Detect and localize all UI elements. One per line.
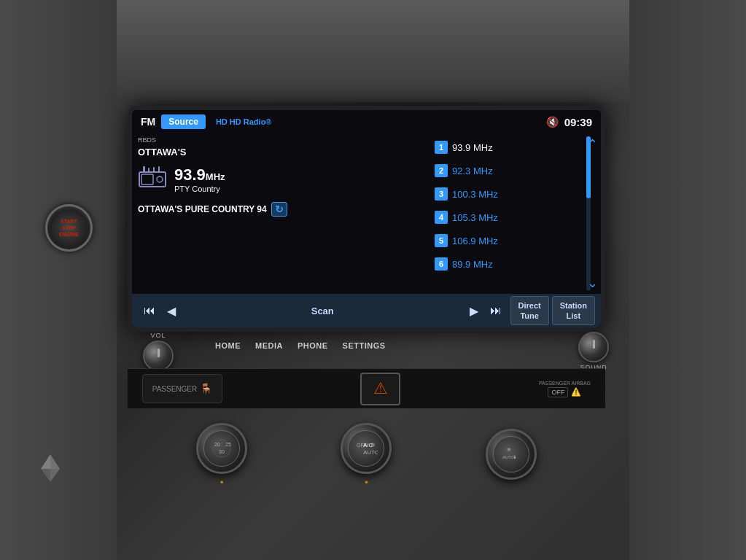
settings-button[interactable]: SETTINGS: [343, 341, 386, 350]
preset-number-3: 3: [435, 187, 448, 201]
svg-marker-21: [41, 454, 50, 469]
svg-text:20: 20: [214, 442, 220, 447]
left-climate-indicator: ●: [219, 478, 223, 486]
svg-rect-5: [153, 167, 155, 172]
screen-top-bar: FM Source HD HD Radio® 🔇 09:39: [132, 110, 601, 133]
skip-back-button[interactable]: ⏮: [138, 301, 161, 320]
left-knob-inner: 20 25 30: [203, 430, 240, 467]
airbag-status: OFF: [548, 387, 568, 397]
station-list-button[interactable]: StationList: [552, 296, 595, 326]
vol-knob[interactable]: [143, 341, 174, 371]
scroll-down-button[interactable]: ⌄: [587, 275, 598, 291]
passenger-label: PASSENGER: [152, 385, 198, 393]
direct-tune-button[interactable]: DirectTune: [510, 296, 549, 326]
nav-buttons: HOME MEDIA PHONE SETTINGS: [215, 341, 386, 350]
hazard-button[interactable]: ⚠: [360, 373, 400, 405]
preset-item-6[interactable]: 6 89.9 MHz: [435, 253, 595, 275]
climate-controls-area: 20 25 30 ● OFF A/C ❄ AUTO ●: [128, 423, 605, 486]
media-button[interactable]: MEDIA: [255, 341, 283, 350]
preset-item-4[interactable]: 4 105.3 MHz: [435, 206, 595, 228]
preset-scrollbar-thumb: [586, 136, 591, 198]
left-panel: RBDS OTTAWA'S: [138, 136, 429, 291]
sound-knob-area: SOUND: [578, 332, 609, 371]
airbag-warning-icon: ⚠️: [571, 387, 581, 397]
passenger-seat-button[interactable]: PASSENGER 🪑: [142, 374, 222, 403]
bottom-controls-row: PASSENGER 🪑 ⚠ PASSENGER AIRBAG OFF ⚠️: [128, 368, 605, 408]
preset-number-5: 5: [435, 234, 448, 247]
right-climate-knob-wrap: ❄ AUTO 🌡: [486, 429, 537, 480]
preset-freq-5: 106.9 MHz: [452, 236, 595, 246]
scan-button[interactable]: Scan: [182, 303, 464, 319]
svg-text:AUTO: AUTO: [363, 449, 378, 456]
mute-icon: 🔇: [546, 116, 559, 128]
preset-item-3[interactable]: 3 100.3 MHz: [435, 183, 595, 205]
center-climate-indicator: ●: [365, 478, 368, 486]
preset-scrollbar: [586, 136, 591, 291]
station-short-name: OTTAWA'S: [138, 147, 429, 158]
center-climate-knob[interactable]: OFF A/C ❄ AUTO: [341, 423, 392, 474]
frequency-display: 93.9MHz PTY Country: [138, 165, 429, 193]
infotainment-screen: FM Source HD HD Radio® 🔇 09:39 RBDS OTTA…: [128, 106, 605, 332]
svg-rect-6: [158, 166, 160, 172]
play-button[interactable]: ▶: [464, 301, 484, 321]
preset-number-2: 2: [435, 164, 448, 177]
left-climate-knob-wrap: 20 25 30 ●: [196, 423, 247, 486]
svg-rect-4: [148, 168, 149, 172]
preset-item-1[interactable]: 1 93.9 MHz: [435, 136, 595, 158]
rbds-label: RBDS: [138, 136, 429, 144]
controls-bar: ⏮ ◀ Scan ▶ ⏭ DirectTune StationList: [132, 294, 601, 327]
hazard-icon: ⚠: [373, 379, 388, 398]
knob-marker: [158, 349, 160, 357]
svg-text:❄: ❄: [507, 447, 511, 452]
svg-text:❄: ❄: [370, 442, 376, 448]
start-stop-button[interactable]: START STOP ENGINE: [45, 204, 93, 252]
home-button[interactable]: HOME: [215, 341, 241, 350]
preset-freq-1: 93.9 MHz: [452, 142, 595, 153]
hd-radio-label: HD HD Radio®: [216, 117, 272, 126]
preset-item-2[interactable]: 2 92.3 MHz: [435, 160, 595, 182]
dashboard-right-panel: [629, 0, 746, 560]
left-climate-knob[interactable]: 20 25 30: [196, 423, 247, 474]
pty-info: PTY Country: [174, 184, 225, 193]
fm-band-label: FM: [141, 116, 155, 128]
prev-button[interactable]: ◀: [161, 301, 182, 321]
svg-rect-1: [141, 174, 153, 184]
seat-icon: 🪑: [200, 383, 212, 394]
svg-marker-19: [50, 469, 60, 482]
sound-knob-marker: [593, 340, 595, 349]
phone-button[interactable]: PHONE: [298, 341, 328, 350]
top-right-area: 🔇 09:39: [546, 116, 592, 128]
svg-text:30: 30: [219, 449, 225, 454]
right-knob-inner: ❄ AUTO 🌡: [493, 436, 529, 472]
center-climate-knob-wrap: OFF A/C ❄ AUTO ●: [341, 423, 392, 486]
preset-number-1: 1: [435, 141, 448, 154]
preset-item-5[interactable]: 5 106.9 MHz: [435, 230, 595, 252]
svg-text:25: 25: [225, 442, 231, 447]
radio-icon: [138, 165, 167, 193]
preset-freq-2: 92.3 MHz: [452, 166, 595, 176]
frequency-info: 93.9MHz PTY Country: [174, 166, 225, 193]
center-knob-inner: OFF A/C ❄ AUTO: [348, 430, 384, 467]
refresh-button[interactable]: ↻: [271, 202, 287, 217]
airbag-label: PASSENGER AIRBAG: [539, 381, 591, 386]
sound-knob[interactable]: [578, 332, 609, 362]
main-content-area: RBDS OTTAWA'S: [132, 133, 601, 294]
skip-forward-button[interactable]: ⏭: [484, 301, 508, 320]
svg-marker-18: [50, 454, 60, 469]
svg-marker-20: [41, 469, 50, 482]
svg-point-2: [157, 176, 163, 182]
svg-text:🌡: 🌡: [513, 454, 518, 459]
preset-freq-4: 105.3 MHz: [452, 212, 595, 223]
frequency-number: 93.9MHz: [174, 166, 225, 184]
source-button[interactable]: Source: [161, 114, 206, 129]
presets-panel: ⌃ 1 93.9 MHz 2 92.3 MHz 3 100.3 MHz 4 10…: [435, 136, 595, 291]
right-climate-knob[interactable]: ❄ AUTO 🌡: [486, 429, 537, 480]
screen-display: FM Source HD HD Radio® 🔇 09:39 RBDS OTTA…: [132, 110, 601, 327]
vol-label: VOL: [150, 332, 166, 339]
svg-rect-3: [143, 166, 145, 172]
preset-freq-3: 100.3 MHz: [452, 189, 595, 200]
preset-number-6: 6: [435, 257, 448, 271]
preset-freq-6: 89.9 MHz: [452, 259, 595, 270]
preset-number-4: 4: [435, 211, 448, 224]
station-full-name: OTTAWA'S PURE COUNTRY 94 ↻: [138, 202, 429, 217]
